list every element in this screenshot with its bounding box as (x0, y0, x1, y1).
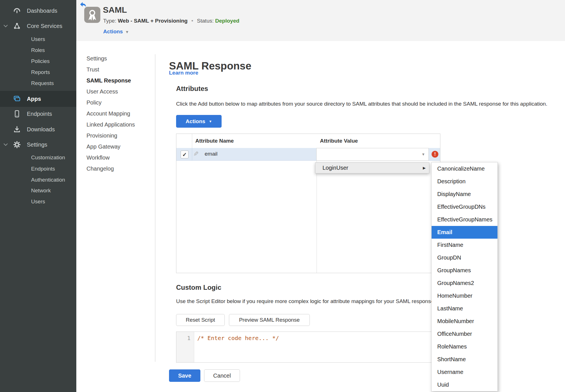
chevron-down-icon[interactable] (3, 24, 8, 28)
core-services-icon (12, 22, 21, 30)
sidebar-item-reports[interactable]: Reports (0, 67, 76, 78)
attribute-value-dropdown[interactable]: ▼ (316, 148, 429, 161)
chevron-down-icon[interactable] (3, 143, 8, 147)
sidebar-item-label: Dashboards (27, 8, 57, 14)
chevron-down-icon: ▼ (125, 30, 129, 34)
sidebar-item-settings-endpoints[interactable]: Endpoints (0, 163, 76, 175)
attributes-table: Attribute Name Attribute Value ✓ ✎ email… (176, 134, 440, 273)
table-row[interactable]: ✓ ✎ email ▼ ! (176, 148, 440, 161)
subnav-item-linked-applications[interactable]: Linked Applications (86, 119, 153, 130)
error-icon: ! (432, 151, 438, 158)
apps-icon (12, 95, 21, 103)
submenu-item-shortname[interactable]: ShortName (432, 353, 497, 366)
sidebar-item-apps[interactable]: Apps (0, 91, 76, 107)
subnav-item-policy[interactable]: Policy (86, 97, 153, 108)
sidebar: Dashboards Core Services Users Roles Pol… (0, 0, 76, 392)
status-label: Status: (197, 18, 214, 24)
cancel-button[interactable]: Cancel (204, 369, 240, 382)
submenu-item-groupnames2[interactable]: GroupNames2 (432, 277, 497, 289)
sidebar-item-network[interactable]: Network (0, 185, 76, 196)
submenu-item-groupnames[interactable]: GroupNames (432, 264, 497, 277)
row-checkbox[interactable]: ✓ (181, 151, 189, 158)
chevron-down-icon: ▼ (421, 152, 425, 156)
subnav-item-provisioning[interactable]: Provisioning (86, 130, 153, 141)
learn-more-link[interactable]: Learn more (169, 70, 198, 76)
submenu-item-mobilenumber[interactable]: MobileNumber (432, 315, 497, 328)
subnav-item-workflow[interactable]: Workflow (86, 152, 153, 163)
chevron-down-icon: ▼ (209, 119, 212, 123)
subnav-item-changelog[interactable]: Changelog (86, 163, 153, 174)
column-header-attribute-value: Attribute Value (320, 138, 358, 144)
submenu-item-rolenames[interactable]: RoleNames (432, 340, 497, 353)
submenu-item-groupdn[interactable]: GroupDN (432, 251, 497, 264)
sidebar-item-settings[interactable]: Settings (0, 139, 76, 150)
sidebar-item-downloads[interactable]: Downloads (0, 124, 76, 135)
table-header: Attribute Name Attribute Value (176, 134, 440, 148)
checkbox-column-header (176, 134, 192, 148)
save-button[interactable]: Save (169, 369, 200, 382)
subnav-divider (155, 54, 155, 362)
script-editor[interactable]: 1 /* Enter code here... */ (176, 332, 440, 363)
subnav-item-user-access[interactable]: User Access (86, 86, 153, 97)
sidebar-item-core-services[interactable]: Core Services (0, 20, 76, 32)
gear-icon (12, 140, 21, 149)
smartphone-icon (12, 110, 21, 118)
sidebar-item-label: Endpoints (27, 111, 52, 117)
column-header-attribute-name: Attribute Name (195, 138, 234, 144)
submenu-item-homenumber[interactable]: HomeNumber (432, 289, 497, 302)
sidebar-item-label: Downloads (27, 126, 55, 133)
editor-gutter: 1 (176, 332, 194, 362)
submenu-item-firstname[interactable]: FirstName (432, 239, 497, 251)
submenu-item-email[interactable]: Email (432, 226, 497, 239)
sidebar-item-roles[interactable]: Roles (0, 45, 76, 56)
submenu-item-uuid[interactable]: Uuid (432, 378, 497, 391)
subnav-item-trust[interactable]: Trust (86, 64, 153, 75)
subnav-item-saml-response[interactable]: SAML Response (86, 75, 153, 86)
sidebar-item-settings-users[interactable]: Users (0, 196, 76, 207)
attributes-heading: Attributes (176, 85, 208, 93)
type-value: Web - SAML + Provisioning (118, 18, 188, 24)
submenu-item-effectivegroupnames[interactable]: EffectiveGroupNames (432, 213, 497, 226)
gauge-icon (12, 6, 21, 15)
app-header: SAML Type: Web - SAML + Provisioning • S… (76, 0, 565, 41)
attribute-name-cell: email (205, 151, 217, 157)
sidebar-item-authentication[interactable]: Authentication (0, 174, 76, 186)
preview-saml-response-button[interactable]: Preview SAML Response (229, 314, 310, 326)
submenu-item-lastname[interactable]: LastName (432, 302, 497, 315)
attributes-actions-button[interactable]: Actions▼ (176, 115, 222, 128)
sidebar-item-label: Settings (27, 141, 47, 148)
app-meta: Type: Web - SAML + Provisioning • Status… (103, 18, 239, 24)
submenu-item-canonicalizename[interactable]: CanonicalizeName (432, 162, 497, 175)
sidebar-item-label: Apps (27, 96, 41, 102)
separator-dot: • (191, 18, 193, 24)
sidebar-item-dashboards[interactable]: Dashboards (0, 5, 76, 16)
sidebar-item-customization[interactable]: Customization (0, 152, 76, 163)
app-window: Dashboards Core Services Users Roles Pol… (0, 0, 565, 392)
submenu-item-description[interactable]: Description (432, 175, 497, 188)
reset-script-button[interactable]: Reset Script (176, 314, 225, 326)
sidebar-item-endpoints[interactable]: Endpoints (0, 108, 76, 119)
sidebar-item-label: Core Services (27, 23, 62, 29)
custom-logic-heading: Custom Logic (176, 284, 221, 291)
type-label: Type: (103, 18, 116, 24)
sidebar-item-policies[interactable]: Policies (0, 56, 76, 67)
line-number: 1 (187, 335, 191, 341)
submenu-item-officenumber[interactable]: OfficeNumber (432, 328, 497, 340)
sidebar-item-requests[interactable]: Requests (0, 78, 76, 89)
submenu-item-effectivegroupdns[interactable]: EffectiveGroupDNs (432, 201, 497, 213)
sidebar-item-users[interactable]: Users (0, 34, 76, 45)
app-subnav: Settings Trust SAML Response User Access… (86, 53, 153, 174)
submenu-arrow-icon: ▶ (423, 166, 426, 170)
subnav-item-account-mapping[interactable]: Account Mapping (86, 108, 153, 119)
check-icon: ✓ (182, 151, 187, 158)
editor-code[interactable]: /* Enter code here... */ (197, 335, 279, 341)
submenu-item-username[interactable]: Username (432, 366, 497, 378)
edit-pencil-icon[interactable]: ✎ (193, 150, 199, 158)
attributes-description: Click the Add button below to map attrib… (176, 101, 547, 107)
value-menu-item-loginuser[interactable]: LoginUser ▶ (315, 162, 429, 173)
subnav-item-settings[interactable]: Settings (86, 53, 153, 64)
header-actions-menu[interactable]: Actions▼ (103, 29, 129, 35)
subnav-item-app-gateway[interactable]: App Gateway (86, 141, 153, 152)
app-title: SAML (103, 5, 127, 15)
submenu-item-displayname[interactable]: DisplayName (432, 188, 497, 201)
